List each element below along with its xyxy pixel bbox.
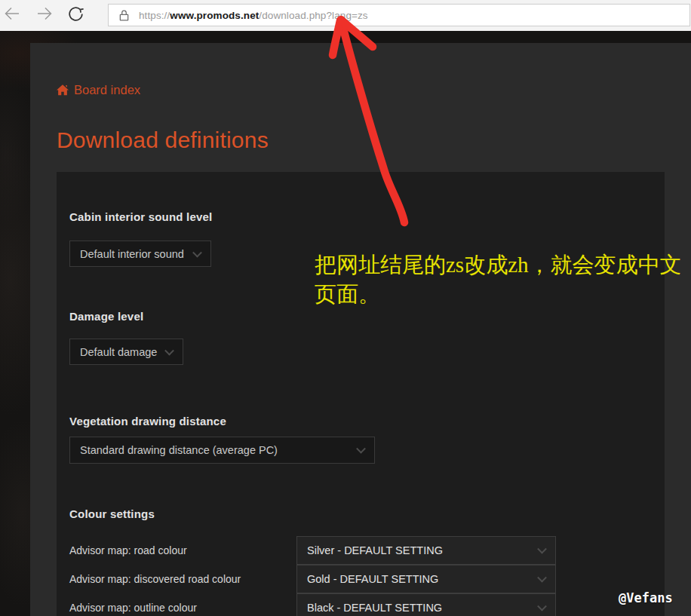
back-icon: [3, 5, 21, 26]
colour-settings-rows: Advisor map: road colour Silver - DEFAUL…: [69, 536, 652, 616]
back-button[interactable]: [2, 5, 22, 25]
refresh-button[interactable]: [66, 5, 85, 25]
url-text: https://www.promods.net/download.php?lan…: [139, 10, 368, 21]
select-road-colour-value: Silver - DEFAULT SETTING: [307, 544, 443, 556]
select-damage[interactable]: Default damage: [69, 339, 183, 365]
select-outline-colour[interactable]: Black - DEFAULT SETTING: [296, 593, 556, 616]
colour-label-outline: Advisor map: outline colour: [69, 602, 296, 614]
content-area: Board index Download definitions Cabin i…: [30, 43, 691, 616]
chevron-down-icon: [356, 444, 366, 454]
breadcrumb-label: Board index: [74, 83, 140, 97]
watermark: @Vefans: [619, 590, 673, 605]
address-bar[interactable]: https://www.promods.net/download.php?lan…: [108, 4, 690, 26]
url-domain: www.promods.net: [170, 10, 259, 21]
url-path: /download.php?lang=zs: [259, 10, 367, 21]
select-cabin-sound[interactable]: Default interior sound: [69, 241, 211, 267]
chinese-annotation-line2: 页面。: [315, 280, 689, 309]
page-background: Board index Download definitions Cabin i…: [0, 31, 691, 616]
select-discovered-colour[interactable]: Gold - DEFAULT SETTING: [296, 565, 556, 593]
chevron-down-icon: [192, 247, 202, 257]
page-title: Download definitions: [57, 127, 269, 153]
field-label-vegetation: Vegetation drawing distance: [69, 415, 226, 428]
url-scheme: https://: [139, 10, 170, 21]
download-settings-panel: Cabin interior sound level Default inter…: [57, 172, 665, 616]
colour-label-discovered: Advisor map: discovered road colour: [69, 573, 296, 585]
browser-toolbar: https://www.promods.net/download.php?lan…: [0, 0, 691, 31]
colour-row-outline: Advisor map: outline colour Black - DEFA…: [69, 593, 652, 616]
home-icon: [57, 84, 69, 96]
colour-settings-heading: Colour settings: [69, 507, 155, 520]
colour-row-road: Advisor map: road colour Silver - DEFAUL…: [69, 536, 652, 565]
chevron-down-icon: [164, 345, 174, 355]
select-cabin-sound-value: Default interior sound: [80, 248, 184, 260]
chevron-down-icon: [537, 544, 547, 554]
refresh-icon: [66, 5, 85, 26]
select-damage-value: Default damage: [80, 346, 157, 358]
colour-row-discovered: Advisor map: discovered road colour Gold…: [69, 565, 652, 593]
chevron-down-icon: [537, 601, 547, 611]
forward-icon: [35, 5, 54, 26]
lock-icon: [117, 8, 131, 23]
select-vegetation[interactable]: Standard drawing distance (average PC): [69, 437, 375, 464]
select-vegetation-value: Standard drawing distance (average PC): [80, 444, 278, 456]
chevron-down-icon: [537, 572, 547, 582]
select-discovered-colour-value: Gold - DEFAULT SETTING: [307, 573, 438, 585]
breadcrumb-board-index[interactable]: Board index: [57, 83, 140, 97]
chinese-annotation: 把网址结尾的zs改成zh，就会变成中文 页面。: [315, 250, 689, 309]
chinese-annotation-line1: 把网址结尾的zs改成zh，就会变成中文: [315, 250, 689, 280]
select-outline-colour-value: Black - DEFAULT SETTING: [307, 602, 442, 614]
forward-button[interactable]: [35, 5, 54, 25]
select-road-colour[interactable]: Silver - DEFAULT SETTING: [296, 536, 556, 565]
field-label-cabin-sound: Cabin interior sound level: [69, 210, 212, 223]
field-label-damage: Damage level: [69, 310, 143, 323]
colour-label-road: Advisor map: road colour: [69, 544, 296, 556]
